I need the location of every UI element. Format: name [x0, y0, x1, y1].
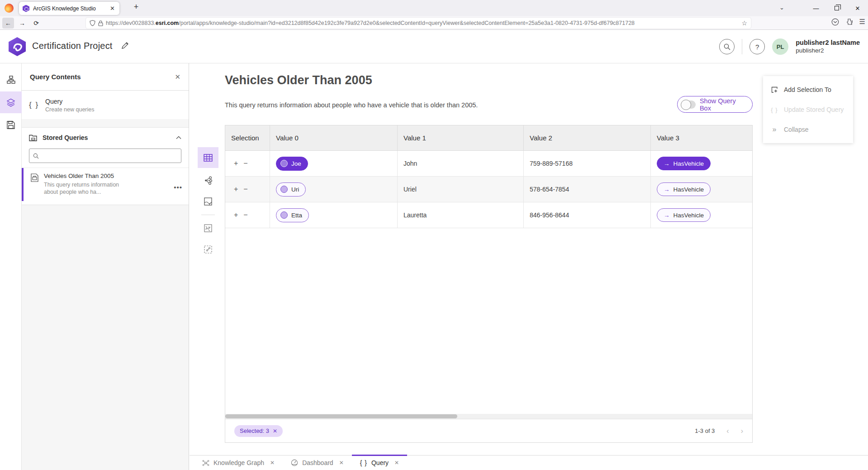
relationship-chip[interactable]: →HasVehicle: [657, 182, 711, 196]
tab-dashboard[interactable]: Dashboard ✕: [283, 456, 352, 470]
clear-selection-icon[interactable]: ✕: [273, 428, 277, 434]
stored-query-doc-icon: [31, 173, 38, 182]
user-avatar[interactable]: PL: [772, 38, 788, 55]
select-minus-button[interactable]: −: [243, 159, 247, 168]
toolbar-divider: [201, 215, 215, 215]
toggle-label: Show Query Box: [700, 97, 746, 112]
entity-chip[interactable]: Etta: [276, 208, 309, 222]
tab-close-icon[interactable]: ✕: [270, 460, 275, 466]
reload-button[interactable]: ⟳: [30, 18, 42, 29]
map-icon: [204, 197, 212, 206]
data-model-button[interactable]: [0, 69, 22, 91]
stored-queries-title: Stored Queries: [43, 134, 171, 141]
shield-icon[interactable]: [90, 20, 95, 26]
knowledge-graph-icon: [202, 460, 209, 466]
tab-close-icon[interactable]: ✕: [339, 460, 344, 466]
query-braces-icon: { }: [360, 459, 367, 466]
entity-circle-icon: [280, 211, 288, 219]
chevron-up-icon[interactable]: [176, 136, 181, 139]
previous-page-icon[interactable]: ‹: [726, 427, 729, 435]
stored-query-description: This query returns information about peo…: [44, 181, 133, 196]
menu-item-update-stored-query[interactable]: { } Update Stored Query: [763, 100, 853, 120]
show-query-box-toggle[interactable]: Show Query Box: [677, 96, 753, 113]
tab-close-icon[interactable]: ✕: [109, 5, 116, 12]
link-chart-button[interactable]: [198, 170, 218, 191]
firefox-icon[interactable]: [5, 4, 14, 13]
scrollbar-thumb[interactable]: [225, 414, 457, 418]
menu-hamburger-icon[interactable]: ☰: [859, 18, 865, 26]
tab-query[interactable]: { } Query ✕: [352, 456, 407, 470]
tab-close-icon[interactable]: ✕: [394, 460, 399, 466]
panel-close-icon[interactable]: ✕: [175, 73, 180, 81]
select-plus-button[interactable]: +: [234, 185, 238, 193]
column-header[interactable]: Value 1: [398, 125, 524, 150]
pocket-icon[interactable]: [831, 18, 839, 26]
column-header[interactable]: Value 3: [651, 125, 752, 150]
stored-query-title: Vehicles Older Than 2005: [44, 173, 133, 179]
lock-icon[interactable]: [98, 20, 103, 26]
arrow-right-icon: →: [664, 160, 670, 167]
select-plus-button[interactable]: +: [234, 159, 238, 168]
layers-icon: [6, 98, 15, 107]
user-full-name: publisher2 lastName: [796, 39, 860, 47]
query-description: This query returns information about peo…: [225, 101, 478, 109]
query-item-title: Query: [45, 98, 94, 105]
menu-item-collapse[interactable]: » Collapse: [763, 120, 853, 139]
table-footer: Selected: 3 ✕ 1-3 of 3 ‹ ›: [225, 419, 752, 442]
stored-query-item-selected[interactable]: Vehicles Older Than 2005 This query retu…: [22, 168, 189, 201]
entity-circle-icon: [280, 186, 288, 193]
toggle-switch-icon[interactable]: [681, 101, 696, 109]
forward-button[interactable]: →: [16, 18, 28, 29]
window-close-button[interactable]: ✕: [847, 0, 868, 16]
window-restore-button[interactable]: [826, 0, 847, 16]
new-map-from-selection-button[interactable]: [198, 218, 218, 239]
search-input[interactable]: [42, 153, 177, 159]
table-row: +− Etta Lauretta 846-956-8644 →HasVehicl…: [225, 202, 752, 228]
window-minimize-button[interactable]: —: [806, 0, 826, 16]
column-header[interactable]: Value 0: [270, 125, 398, 150]
stored-queries-header[interactable]: Stored Queries: [22, 128, 189, 148]
stored-query-options-icon[interactable]: •••: [174, 183, 182, 191]
tab-knowledge-graph[interactable]: Knowledge Graph ✕: [194, 456, 283, 470]
edit-title-icon[interactable]: [121, 42, 129, 49]
extensions-puzzle-icon[interactable]: [845, 18, 853, 26]
next-page-icon[interactable]: ›: [741, 427, 743, 435]
bookmark-star-icon[interactable]: ☆: [741, 19, 747, 27]
query-item-subtitle: Create new queries: [45, 106, 94, 113]
select-minus-button[interactable]: −: [243, 185, 247, 193]
table-view-button[interactable]: [198, 147, 218, 168]
browser-tab[interactable]: ArcGIS Knowledge Studio ✕: [19, 2, 119, 15]
contents-button[interactable]: [0, 91, 22, 113]
select-plus-button[interactable]: +: [234, 211, 238, 219]
new-query-item[interactable]: { } Query Create new queries: [22, 91, 189, 119]
relationship-chip[interactable]: →HasVehicle: [657, 208, 711, 222]
browser-toolbar: ← → ⟳ https://dev0028833.esri.com/portal…: [0, 16, 868, 30]
new-tab-button[interactable]: +: [130, 2, 142, 12]
new-link-chart-from-selection-button[interactable]: [198, 239, 218, 260]
menu-item-add-selection-to[interactable]: Add Selection To: [763, 80, 853, 100]
entity-chip[interactable]: Joe: [276, 157, 308, 171]
column-header[interactable]: Value 2: [524, 125, 651, 150]
selected-count-chip[interactable]: Selected: 3 ✕: [234, 425, 283, 437]
relationship-chip[interactable]: →HasVehicle: [657, 157, 711, 170]
table-empty-area: [225, 228, 752, 414]
column-header[interactable]: Selection: [225, 125, 270, 150]
map-view-button[interactable]: [198, 191, 218, 212]
save-button[interactable]: [0, 114, 22, 136]
horizontal-scrollbar[interactable]: [225, 414, 752, 419]
add-selection-icon: [771, 86, 778, 93]
back-button[interactable]: ←: [2, 18, 14, 29]
list-tabs-icon[interactable]: ⌄: [779, 4, 784, 11]
search-button[interactable]: [719, 39, 735, 54]
cell-value: Lauretta: [398, 202, 524, 228]
url-bar[interactable]: https://dev0028833.esri.com/portal/apps/…: [86, 18, 751, 29]
arrow-right-icon: →: [664, 186, 670, 193]
user-name-block[interactable]: publisher2 lastName publisher2: [796, 39, 860, 54]
help-button[interactable]: ?: [749, 39, 765, 54]
stored-query-search[interactable]: [29, 149, 181, 163]
tab-label: Dashboard: [302, 459, 333, 466]
save-icon: [7, 121, 15, 129]
select-minus-button[interactable]: −: [243, 211, 247, 219]
cell-value: 759-889-57168: [524, 151, 651, 176]
entity-chip[interactable]: Uri: [276, 182, 306, 197]
